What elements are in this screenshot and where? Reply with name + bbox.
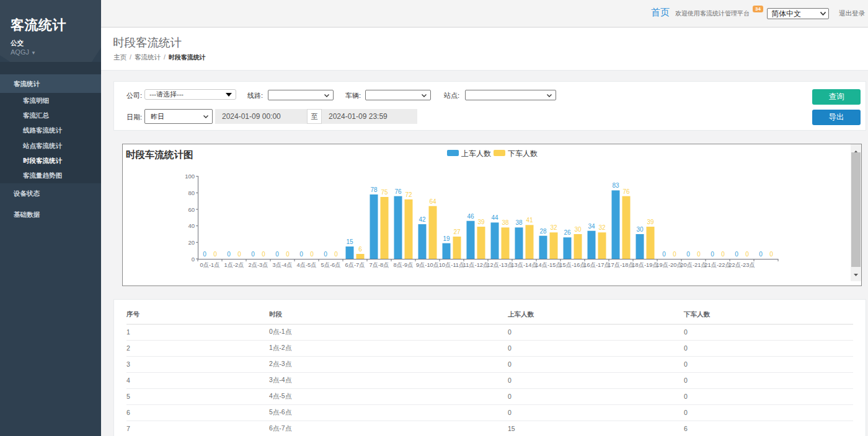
svg-text:15点-16点: 15点-16点 (559, 262, 585, 268)
svg-text:0: 0 (310, 251, 314, 258)
svg-text:80: 80 (188, 190, 195, 196)
svg-text:0: 0 (262, 251, 265, 258)
svg-text:2点-3点: 2点-3点 (248, 262, 268, 268)
svg-text:20: 20 (188, 239, 195, 246)
svg-text:0: 0 (192, 256, 195, 263)
svg-text:0: 0 (711, 251, 714, 258)
svg-text:0: 0 (213, 251, 217, 258)
svg-text:10点-11点: 10点-11点 (439, 262, 465, 268)
svg-text:5点-6点: 5点-6点 (321, 262, 340, 268)
svg-text:39: 39 (647, 219, 654, 225)
svg-text:下车人数: 下车人数 (508, 149, 538, 158)
svg-text:3点-4点: 3点-4点 (272, 262, 292, 268)
svg-text:75: 75 (381, 189, 388, 196)
svg-text:60: 60 (188, 206, 195, 213)
svg-text:41: 41 (526, 217, 533, 224)
svg-text:0: 0 (334, 251, 338, 258)
svg-text:12点-13点: 12点-13点 (487, 262, 513, 268)
svg-text:39: 39 (477, 219, 485, 225)
svg-text:11点-12点: 11点-12点 (463, 262, 489, 268)
svg-text:0: 0 (286, 251, 290, 258)
svg-text:6: 6 (358, 246, 362, 253)
svg-text:18点-19点: 18点-19点 (632, 262, 658, 268)
svg-text:0: 0 (735, 251, 738, 258)
svg-text:7点-8点: 7点-8点 (369, 262, 389, 268)
svg-text:100: 100 (185, 173, 195, 180)
svg-text:17点-18点: 17点-18点 (608, 262, 634, 268)
svg-text:30: 30 (636, 226, 644, 233)
svg-text:0: 0 (745, 251, 749, 258)
svg-text:38: 38 (502, 219, 509, 226)
svg-text:0: 0 (275, 251, 279, 258)
svg-text:38: 38 (515, 219, 523, 226)
svg-text:28: 28 (539, 228, 547, 235)
svg-text:34: 34 (588, 223, 595, 230)
svg-text:15: 15 (346, 238, 353, 245)
svg-text:0: 0 (759, 251, 763, 258)
svg-text:64: 64 (429, 198, 436, 205)
svg-text:76: 76 (622, 188, 630, 195)
svg-text:76: 76 (394, 188, 402, 195)
svg-text:19点-20点: 19点-20点 (656, 262, 682, 268)
svg-text:0: 0 (203, 251, 206, 258)
svg-text:16点-17点: 16点-17点 (583, 262, 609, 268)
svg-text:14点-15点: 14点-15点 (535, 262, 561, 268)
svg-text:0: 0 (299, 251, 303, 258)
svg-text:8点-9点: 8点-9点 (393, 262, 413, 268)
svg-text:40: 40 (188, 222, 195, 229)
svg-text:30: 30 (574, 226, 582, 233)
svg-text:78: 78 (370, 186, 378, 193)
svg-text:4点-5点: 4点-5点 (296, 262, 316, 268)
svg-text:22点-23点: 22点-23点 (728, 262, 755, 268)
svg-text:0: 0 (227, 251, 231, 258)
svg-text:1点-2点: 1点-2点 (224, 262, 244, 268)
svg-text:0: 0 (769, 251, 773, 258)
svg-text:13点-14点: 13点-14点 (511, 262, 537, 268)
svg-text:20点-21点: 20点-21点 (680, 262, 706, 268)
svg-text:0: 0 (721, 251, 725, 258)
svg-text:上车人数: 上车人数 (461, 149, 491, 158)
svg-text:42: 42 (418, 216, 426, 223)
svg-text:0: 0 (237, 251, 241, 258)
svg-text:0: 0 (686, 251, 690, 258)
svg-text:6点-7点: 6点-7点 (345, 262, 365, 268)
svg-text:46: 46 (467, 213, 474, 220)
svg-text:0: 0 (251, 251, 255, 258)
svg-text:72: 72 (405, 191, 412, 198)
svg-text:0: 0 (697, 251, 701, 258)
svg-text:32: 32 (598, 224, 606, 231)
svg-text:83: 83 (612, 182, 619, 189)
svg-text:19: 19 (443, 235, 450, 242)
svg-text:0: 0 (662, 251, 666, 258)
svg-text:0: 0 (324, 251, 327, 258)
svg-text:32: 32 (550, 224, 557, 231)
svg-text:27: 27 (453, 229, 461, 235)
svg-text:44: 44 (491, 214, 498, 221)
svg-text:9点-10点: 9点-10点 (416, 262, 439, 268)
svg-text:26: 26 (564, 229, 571, 236)
svg-text:0: 0 (673, 251, 676, 258)
svg-text:0点-1点: 0点-1点 (200, 262, 219, 268)
svg-text:21点-22点: 21点-22点 (704, 262, 730, 268)
